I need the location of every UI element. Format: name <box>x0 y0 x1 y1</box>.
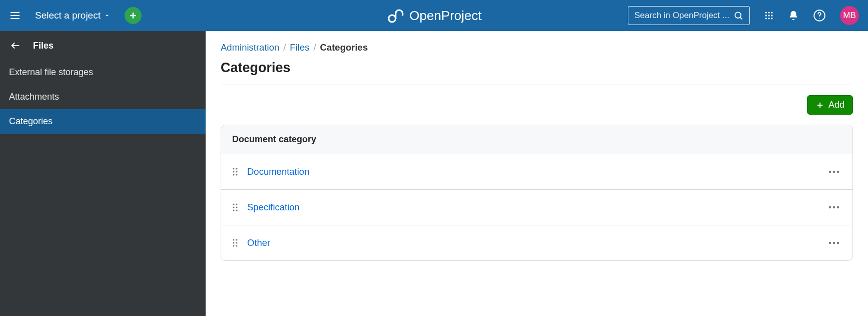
breadcrumb-separator: / <box>313 42 316 53</box>
svg-point-10 <box>771 12 772 14</box>
sidebar-header: Files <box>0 31 206 60</box>
category-link[interactable]: Specification <box>247 202 300 213</box>
svg-point-14 <box>765 18 767 19</box>
quick-add-button[interactable] <box>125 7 142 24</box>
page-title: Categories <box>221 60 853 85</box>
svg-point-30 <box>837 171 839 173</box>
search-icon <box>733 11 743 21</box>
help-icon[interactable] <box>813 9 826 22</box>
main-content: Administration / Files / Categories Cate… <box>206 31 868 316</box>
svg-point-31 <box>233 203 234 205</box>
plus-icon <box>815 101 824 110</box>
svg-point-32 <box>236 203 237 205</box>
svg-point-43 <box>236 242 237 243</box>
svg-point-33 <box>233 206 234 208</box>
caret-down-icon <box>104 12 111 19</box>
svg-point-25 <box>236 171 237 172</box>
breadcrumb-current: Categories <box>320 42 368 53</box>
project-select-label: Select a project <box>35 10 101 21</box>
svg-point-27 <box>236 174 237 175</box>
breadcrumb: Administration / Files / Categories <box>221 42 853 53</box>
breadcrumb-separator: / <box>283 42 286 53</box>
add-button-label: Add <box>828 100 844 110</box>
svg-point-9 <box>768 12 769 14</box>
menu-icon[interactable] <box>9 10 21 22</box>
table-row: Specification <box>221 189 852 225</box>
breadcrumb-files[interactable]: Files <box>290 42 309 53</box>
sidebar-item-label: Categories <box>9 116 53 126</box>
table-row: Documentation <box>221 154 852 189</box>
sidebar: Files External file storages Attachments… <box>0 31 206 316</box>
sidebar-item-categories[interactable]: Categories <box>0 109 206 134</box>
breadcrumb-administration[interactable]: Administration <box>221 42 279 53</box>
svg-point-28 <box>829 171 831 173</box>
svg-point-47 <box>833 242 835 244</box>
svg-point-5 <box>388 15 395 22</box>
back-arrow-icon[interactable] <box>10 40 21 51</box>
svg-point-34 <box>236 206 237 208</box>
top-header: Select a project OpenProject <box>0 0 868 31</box>
apps-grid-icon[interactable] <box>764 11 774 21</box>
sidebar-item-attachments[interactable]: Attachments <box>0 85 206 109</box>
svg-point-16 <box>771 18 772 19</box>
sidebar-item-label: Attachments <box>9 92 59 102</box>
svg-point-41 <box>236 239 237 240</box>
add-button[interactable]: Add <box>807 95 853 115</box>
categories-panel: Document category Documentation <box>221 125 853 261</box>
app-logo: OpenProject <box>386 7 482 25</box>
svg-point-15 <box>768 18 769 19</box>
row-menu-icon[interactable] <box>826 204 841 211</box>
svg-point-23 <box>236 168 237 169</box>
svg-point-29 <box>833 171 835 173</box>
sidebar-title: Files <box>33 41 54 51</box>
search-input[interactable] <box>634 11 729 21</box>
category-link[interactable]: Other <box>247 237 270 248</box>
svg-point-39 <box>837 206 839 209</box>
svg-point-18 <box>819 18 819 19</box>
sidebar-item-label: External file storages <box>9 67 93 77</box>
svg-point-42 <box>233 242 234 243</box>
svg-point-11 <box>765 15 767 16</box>
svg-point-6 <box>735 12 741 18</box>
bell-icon[interactable] <box>788 10 799 21</box>
logo-text: OpenProject <box>409 8 482 24</box>
category-link[interactable]: Documentation <box>247 166 309 177</box>
svg-point-13 <box>771 15 772 16</box>
row-menu-icon[interactable] <box>826 168 841 175</box>
avatar-initials: MB <box>843 11 856 21</box>
svg-point-8 <box>765 12 767 14</box>
svg-point-36 <box>236 209 237 211</box>
project-select[interactable]: Select a project <box>35 10 111 21</box>
drag-handle-icon[interactable] <box>232 167 238 176</box>
row-menu-icon[interactable] <box>826 239 841 246</box>
panel-header: Document category <box>221 125 852 154</box>
svg-point-48 <box>837 242 839 244</box>
svg-point-12 <box>768 15 769 16</box>
svg-point-45 <box>236 245 237 246</box>
svg-point-37 <box>829 206 831 209</box>
svg-point-35 <box>233 209 234 211</box>
drag-handle-icon[interactable] <box>232 238 238 247</box>
svg-point-44 <box>233 245 234 246</box>
drag-handle-icon[interactable] <box>232 203 238 212</box>
svg-point-38 <box>833 206 835 209</box>
svg-point-46 <box>829 242 831 244</box>
svg-point-22 <box>233 168 234 169</box>
svg-line-7 <box>740 18 742 20</box>
table-row: Other <box>221 225 852 260</box>
svg-point-26 <box>233 174 234 175</box>
openproject-icon <box>386 7 404 25</box>
search-box[interactable] <box>628 6 750 25</box>
avatar[interactable]: MB <box>840 6 859 25</box>
svg-point-24 <box>233 171 234 172</box>
svg-point-40 <box>233 239 234 240</box>
sidebar-item-external-storages[interactable]: External file storages <box>0 60 206 85</box>
